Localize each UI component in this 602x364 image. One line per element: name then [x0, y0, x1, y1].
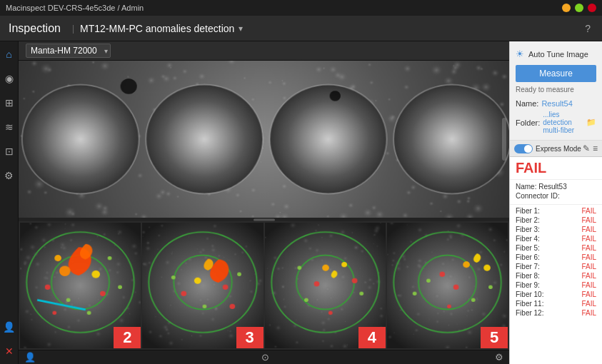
toggle-wrap[interactable]: Express Mode: [514, 144, 581, 153]
sidebar-item-camera[interactable]: ◉: [2, 71, 16, 86]
express-mode-label: Express Mode: [536, 145, 581, 153]
right-panel: ☀ Auto Tune Image Measure Ready to measu…: [509, 41, 602, 364]
fiber-item: Fiber 6:FAIL: [516, 253, 596, 262]
thumbnail-3[interactable]: 3: [142, 223, 263, 348]
measure-button[interactable]: Measure: [516, 65, 596, 82]
folder-value: ...lies detection multi-fiber: [543, 111, 583, 134]
minimize-button[interactable]: [562, 4, 571, 12]
toggle-knob: [524, 145, 532, 153]
fiber-item: Fiber 7:FAIL: [516, 262, 596, 271]
sidebar-item-grid[interactable]: ⊡: [2, 144, 16, 158]
fiber-item: Fiber 10:FAIL: [516, 290, 596, 299]
thumbnail-5[interactable]: 5: [387, 223, 508, 348]
express-mode-row: Express Mode ✎ ≡: [510, 141, 602, 157]
fiber-item: Fiber 9:FAIL: [516, 280, 596, 290]
result-name-row: Name: Result53: [516, 183, 596, 191]
result-info: Name: Result53 Connector ID:: [510, 180, 602, 205]
fiber-item: Fiber 5:FAIL: [516, 243, 596, 253]
header-icons: ?: [582, 21, 593, 36]
fiber-item: Fiber 4:FAIL: [516, 234, 596, 243]
thumbnail-number-4: 4: [358, 327, 386, 348]
camera-select-wrap[interactable]: Manta-HM 72000 ▾: [26, 44, 111, 58]
name-value: Result54: [541, 99, 572, 108]
status-bar: 👤 ⊙ ⚙: [19, 350, 509, 364]
app-name: MT12-MM-PC anomalies detection: [80, 23, 234, 34]
ready-text: Ready to measure: [516, 86, 596, 93]
maximize-button[interactable]: [575, 4, 583, 12]
sidebar-item-close[interactable]: ✕: [2, 344, 16, 358]
center-status-icon[interactable]: ⊙: [261, 352, 269, 363]
fiber-item: Fiber 1:FAIL: [516, 206, 596, 216]
fiber-item: Fiber 8:FAIL: [516, 271, 596, 280]
name-label: Name:: [516, 99, 538, 108]
sidebar-item-home[interactable]: ⌂: [2, 47, 16, 61]
sidebar-item-analysis[interactable]: ≋: [2, 120, 16, 134]
folder-row: Folder: ...lies detection multi-fiber 📁: [516, 111, 596, 134]
name-row: Name: Result54: [516, 99, 596, 108]
edit-icon-button[interactable]: ✎: [583, 143, 590, 153]
dropdown-arrow-header[interactable]: ▾: [239, 24, 243, 34]
fiber-item: Fiber 2:FAIL: [516, 216, 596, 225]
sidebar: ⌂ ◉ ⊞ ≋ ⊡ ⚙ 👤 ✕: [0, 41, 19, 364]
right-panel-bottom[interactable]: Express Mode ✎ ≡ FAIL Name: Result53 Con…: [510, 141, 602, 364]
fail-badge: FAIL: [510, 157, 602, 180]
app-path: Macinspect DEV-CRS-4e5c3de / Admin: [6, 4, 144, 12]
folder-icon[interactable]: 📁: [586, 118, 596, 127]
menu-icon-button[interactable]: ≡: [593, 143, 598, 153]
user-status-icon[interactable]: 👤: [24, 352, 36, 363]
titlebar-controls[interactable]: [562, 4, 596, 12]
thumbnail-number-5: 5: [481, 327, 508, 348]
scroll-indicator[interactable]: [502, 118, 506, 161]
main-image: [19, 61, 509, 218]
help-button[interactable]: ?: [582, 21, 593, 36]
app-header: Inspection | MT12-MM-PC anomalies detect…: [0, 16, 602, 41]
express-mode-toggle[interactable]: [514, 144, 533, 153]
inspection-label: Inspection: [9, 22, 61, 35]
fiber-item: Fiber 3:FAIL: [516, 225, 596, 234]
fiber-list: Fiber 1:FAILFiber 2:FAILFiber 3:FAILFibe…: [510, 205, 602, 319]
settings-status-icon[interactable]: ⚙: [495, 352, 503, 363]
sidebar-item-users[interactable]: 👤: [2, 320, 16, 334]
titlebar: Macinspect DEV-CRS-4e5c3de / Admin: [0, 0, 602, 16]
thumbnail-number-3: 3: [236, 327, 264, 348]
thumbnail-2[interactable]: 2: [20, 223, 141, 348]
auto-tune-row: ☀ Auto Tune Image: [516, 49, 596, 59]
toolbar: Manta-HM 72000 ▾: [19, 41, 509, 61]
main-container: ⌂ ◉ ⊞ ≋ ⊡ ⚙ 👤 ✕ Manta-HM 72000 ▾: [0, 41, 602, 364]
connector-id-row: Connector ID:: [516, 192, 596, 200]
fiber-item: Fiber 11:FAIL: [516, 299, 596, 308]
right-panel-top: ☀ Auto Tune Image Measure Ready to measu…: [510, 41, 602, 141]
thumbnail-number-2: 2: [114, 327, 141, 348]
auto-tune-icon: ☀: [516, 49, 524, 59]
fiber-item: Fiber 12:FAIL: [516, 308, 596, 318]
content-area: Manta-HM 72000 ▾ 2 3: [19, 41, 509, 364]
express-icons: ✎ ≡: [583, 143, 598, 153]
auto-tune-label: Auto Tune Image: [528, 50, 588, 59]
thumbnail-strip: 2 3 4 5: [19, 221, 509, 350]
sidebar-item-settings[interactable]: ⊞: [2, 96, 16, 110]
close-button[interactable]: [588, 4, 596, 12]
sidebar-item-tools[interactable]: ⚙: [2, 168, 16, 183]
camera-select[interactable]: Manta-HM 72000: [26, 44, 111, 58]
header-separator: |: [72, 24, 74, 34]
thumbnail-4[interactable]: 4: [265, 223, 386, 348]
titlebar-left: Macinspect DEV-CRS-4e5c3de / Admin: [6, 4, 144, 12]
folder-label: Folder:: [516, 118, 540, 127]
